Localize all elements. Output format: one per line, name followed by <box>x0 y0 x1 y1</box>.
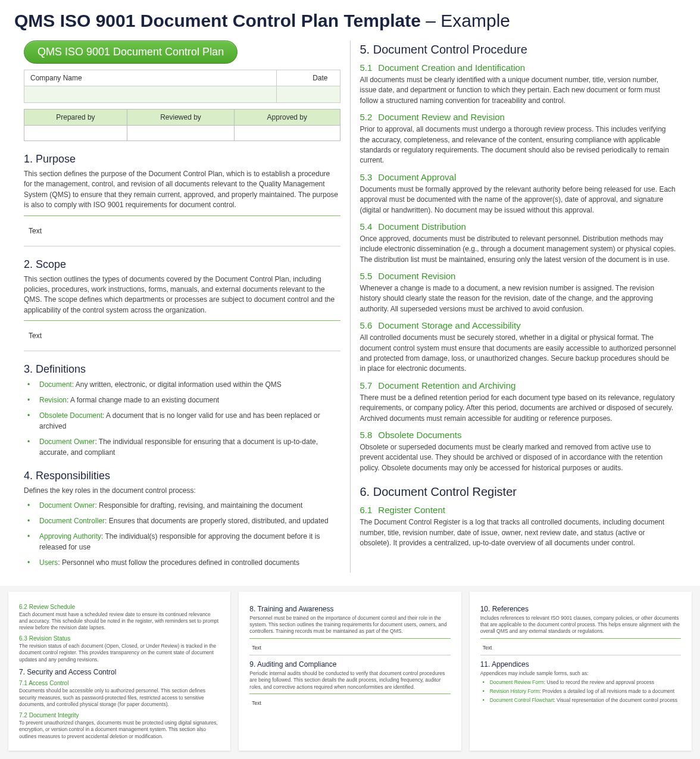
term: Document Review Form <box>490 679 544 685</box>
term: Document Owner <box>39 501 95 510</box>
divider <box>249 694 450 694</box>
text-placeholder: Text <box>249 699 450 707</box>
section-5-heading: 5. Document Control Procedure <box>360 43 677 57</box>
list-item: Revision History Form: Provides a detail… <box>488 688 681 695</box>
approved-by-hdr: Approved by <box>235 110 340 126</box>
sub-number: 5.3 <box>360 172 373 182</box>
divider <box>24 215 340 216</box>
definition: : A formal change made to an existing do… <box>67 396 219 404</box>
section-5-7-heading: 5.7Document Retention and Archiving <box>360 380 677 391</box>
term: Approving Authority <box>39 532 101 541</box>
section-1-body: This section defines the purpose of the … <box>24 169 340 211</box>
section-heading: 9. Auditing and Compliance <box>249 660 450 669</box>
body-text: Documents should be accessible only to a… <box>19 688 220 708</box>
sub-title: Document Distribution <box>378 221 466 232</box>
divider <box>24 246 340 246</box>
thumbnail-page-3[interactable]: 8. Training and Awareness Personnel must… <box>239 592 461 751</box>
list-item: Document Controller: Ensures that docume… <box>35 516 340 526</box>
sub-heading: 7.2 Document Integrity <box>19 712 220 719</box>
section-5-1-heading: 5.1Document Creation and Identification <box>360 63 677 73</box>
sub-title: Document Revision <box>378 271 455 281</box>
date-label: Date <box>277 70 340 86</box>
definitions-list: Document: Any written, electronic, or di… <box>24 379 340 458</box>
sub-title: Document Review and Revision <box>378 112 505 122</box>
definition: : Provides a detailed log of all revisio… <box>539 688 674 694</box>
body-text: Personnel must be trained on the importa… <box>249 615 450 635</box>
definition: : Used to record the review and approval… <box>544 679 654 685</box>
divider <box>480 638 681 639</box>
sub-number: 5.6 <box>360 320 373 330</box>
sub-number: 6.1 <box>360 505 373 515</box>
term: Document Owner <box>39 438 95 446</box>
term: Document Controller <box>39 517 105 525</box>
list-item: Document Owner: The individual responsib… <box>35 436 340 458</box>
divider <box>24 351 340 351</box>
signoff-table: Prepared byReviewed byApproved by <box>24 109 340 141</box>
term: Document <box>39 380 72 389</box>
appendices-list: Document Review Form: Used to record the… <box>480 679 681 704</box>
section-1-text-input[interactable]: Text <box>24 224 340 238</box>
section-4-body: Defines the key roles in the document co… <box>24 486 340 496</box>
title-main: QMS ISO 9001 Document Control Plan Templ… <box>14 11 421 30</box>
section-2-text-input[interactable]: Text <box>24 329 340 342</box>
section-5-8-body: Obsolete or superseded documents must be… <box>360 442 677 473</box>
text-placeholder: Text <box>480 644 681 652</box>
section-5-2-body: Prior to approval, all documents must un… <box>360 124 677 166</box>
definition: : Ensures that documents are properly st… <box>105 517 329 525</box>
thumbnail-page-4[interactable]: 10. References Includes references to re… <box>470 592 692 751</box>
sub-number: 5.2 <box>360 112 373 122</box>
section-2-heading: 2. Scope <box>24 258 340 271</box>
section-5-5-heading: 5.5Document Revision <box>360 271 677 281</box>
document-title-pill: QMS ISO 9001 Document Control Plan <box>24 40 238 64</box>
section-6-1-body: The Document Control Register is a log t… <box>360 517 677 548</box>
section-5-2-heading: 5.2Document Review and Revision <box>360 112 677 122</box>
list-item: Document Review Form: Used to record the… <box>488 679 681 686</box>
section-5-3-heading: 5.3Document Approval <box>360 172 677 182</box>
divider <box>249 638 450 639</box>
section-heading: 11. Appendices <box>480 660 681 669</box>
right-column: 5. Document Control Procedure 5.1Documen… <box>351 36 686 577</box>
title-suffix: – Example <box>421 11 510 30</box>
sub-number: 5.8 <box>360 430 373 440</box>
thumbnail-page-2[interactable]: 6.2 Review Schedule Each document must h… <box>8 592 230 751</box>
list-item: Document Control Flowchart: Visual repre… <box>488 697 681 704</box>
page-title: QMS ISO 9001 Document Control Plan Templ… <box>0 0 700 36</box>
section-6-heading: 6. Document Control Register <box>360 485 677 499</box>
company-label: Company Name <box>24 70 277 86</box>
prepared-by-hdr: Prepared by <box>24 110 127 126</box>
definition: : Visual representation of the document … <box>554 697 677 703</box>
body-text: Includes references to relevant ISO 9001… <box>480 615 681 635</box>
text-placeholder: Text <box>249 644 450 652</box>
section-6-1-heading: 6.1Register Content <box>360 505 677 515</box>
section-3-heading: 3. Definitions <box>24 363 340 376</box>
list-item: Revision: A formal change made to an exi… <box>35 395 340 405</box>
sub-number: 5.4 <box>360 221 373 232</box>
body-text: Periodic internal audits should be condu… <box>249 670 450 691</box>
sub-number: 5.7 <box>360 380 373 391</box>
responsibilities-list: Document Owner: Responsible for drafting… <box>24 500 340 568</box>
approved-by-cell[interactable] <box>235 126 340 141</box>
section-5-4-heading: 5.4Document Distribution <box>360 221 677 232</box>
company-input[interactable] <box>24 86 277 103</box>
section-5-4-body: Once approved, documents must be distrib… <box>360 234 677 265</box>
section-heading: 7. Security and Access Control <box>19 668 220 676</box>
section-heading: 10. References <box>480 605 681 613</box>
list-item: Document: Any written, electronic, or di… <box>35 379 340 390</box>
sub-title: Document Approval <box>378 172 456 182</box>
sub-title: Obsolete Documents <box>378 430 461 440</box>
term: Revision <box>39 396 67 404</box>
reviewed-by-hdr: Reviewed by <box>127 110 234 126</box>
section-5-1-body: All documents must be clearly identified… <box>360 75 677 106</box>
section-heading: 8. Training and Awareness <box>249 605 450 613</box>
reviewed-by-cell[interactable] <box>127 126 234 141</box>
date-input[interactable] <box>277 86 340 103</box>
divider <box>480 655 681 655</box>
prepared-by-cell[interactable] <box>24 126 127 141</box>
section-2-body: This section outlines the types of docum… <box>24 274 340 316</box>
divider <box>249 655 450 655</box>
sub-title: Document Creation and Identification <box>378 63 525 73</box>
body-text: Each document must have a scheduled revi… <box>19 611 220 632</box>
sub-number: 5.5 <box>360 271 373 281</box>
sub-title: Document Retention and Archiving <box>378 380 515 391</box>
list-item: Approving Authority: The individual(s) r… <box>35 531 340 552</box>
